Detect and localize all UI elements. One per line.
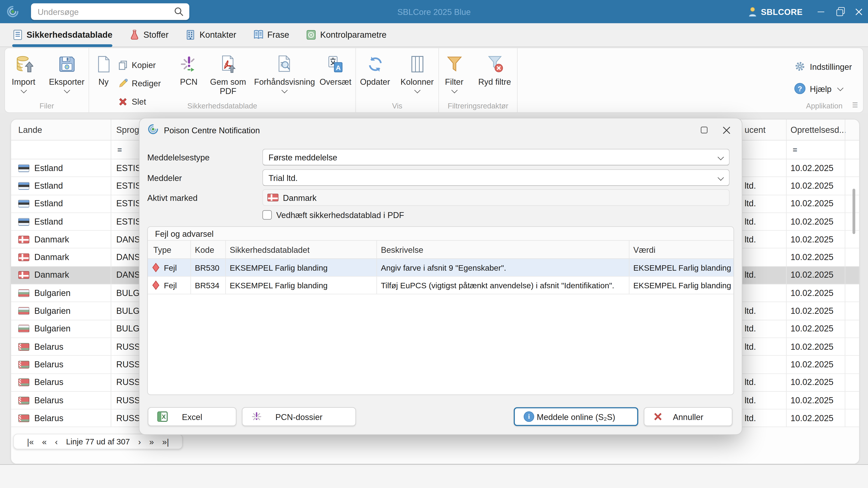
producent-cell: ltd. [745,177,756,195]
error-sdb-cell: EKSEMPEL Farlig blanding [230,259,375,276]
tab-kontakter[interactable]: Kontakter [185,23,236,46]
dato-cell: 10.02.2025 [790,267,833,284]
error-row[interactable]: FejlBR530EKSEMPEL Farlig blandingAngiv f… [148,259,734,276]
dialog-title: Poison Centre Notification [164,125,260,135]
errors-column-vardi[interactable]: Værdi [633,240,655,258]
meddeler-select[interactable]: Trial ltd. [262,169,730,186]
tab-sikkerhedsdatablade[interactable]: Sikkerhedsdatablade [12,23,112,46]
dialog-close-button[interactable] [715,119,737,142]
error-diamond-icon [152,263,159,272]
meddelelsestype-select[interactable]: Første meddelelse [262,149,730,165]
column-header-lande[interactable]: Lande [18,120,42,140]
gem-som-pdf-button[interactable]: Gem som PDF [204,52,252,96]
kopier-button[interactable]: Kopier [118,56,174,74]
prev-button[interactable]: ‹ [55,437,58,446]
column-header-producent[interactable]: ucent [745,120,766,140]
errors-column-kode[interactable]: Kode [195,240,214,258]
first-page-button[interactable]: |« [27,437,34,446]
chevron-down-icon [414,87,420,93]
tab-kontrolparametre[interactable]: Kontrolparametre [306,23,386,46]
error-beskrivelse-cell: Angiv farve i afsnit 9 "Egenskaber". [381,259,627,276]
dato-cell: 10.02.2025 [790,177,833,195]
tab-frase[interactable]: Frase [253,23,289,46]
tab-label: Frase [267,30,289,40]
error-beskrivelse-cell: Tilføj EuPCS (vigtigst påtænkt anvendels… [381,276,627,294]
pcn-dossier-icon [251,412,262,422]
vertical-scrollbar[interactable] [852,189,855,234]
meddele-online-button[interactable]: i Meddele online (S₂S) [514,407,638,426]
ribbon-group-filtreringsredaktor: Filter Ryd filtre Filtreringsredaktør [439,48,518,112]
excel-icon: X [157,412,168,422]
svg-text:X: X [162,414,166,420]
eksporter-button[interactable]: Eksporter [47,52,86,92]
import-button[interactable]: Import [7,52,39,92]
producent-cell: ltd. [745,213,756,230]
ribbon-group-vis: Opdater Kolonner Vis [356,48,439,112]
rediger-button[interactable]: Rediger [118,74,174,92]
dato-cell: 10.02.2025 [790,374,833,391]
restore-button[interactable] [830,0,849,23]
translate-icon: A [326,54,345,75]
error-kode-cell: BR534 [195,276,219,294]
annuller-button[interactable]: Annuller [644,407,733,426]
oversaet-button[interactable]: A Oversæt [317,52,354,86]
search-input[interactable] [31,7,174,17]
ee-flag-icon [18,200,29,207]
errors-column-sdb[interactable]: Sikkerhedsdatabladet [230,240,309,258]
info-icon: i [524,412,534,422]
lande-cell: Belarus [18,410,64,427]
error-row[interactable]: FejlBR534EKSEMPEL Farlig blandingTilføj … [148,276,734,294]
ribbon-spacer [518,48,785,112]
ryd-filtre-button[interactable]: Ryd filtre [473,52,516,86]
minimize-button[interactable] [811,0,830,23]
opdater-button[interactable]: Opdater [358,52,393,86]
dialog-logo-icon [147,123,159,137]
attach-pdf-checkbox[interactable] [262,210,272,220]
dato-cell: 10.02.2025 [790,302,833,320]
forhaandsvisning-button[interactable]: Forhåndsvisning [252,52,317,92]
ny-button[interactable]: Ny [89,52,118,86]
pcn-dossier-button[interactable]: PCN-dossier [242,407,356,426]
ee-flag-icon [18,164,29,172]
account-brand[interactable]: SBLCORE [748,6,803,17]
dialog-maximize-button[interactable] [693,119,715,142]
columns-icon [408,54,427,75]
by-flag-icon [18,343,29,350]
excel-button[interactable]: X Excel [148,407,237,426]
pcn-icon [179,54,198,75]
lande-cell: Danmark [18,231,69,248]
meddelelsestype-label: Meddelelsestype [147,153,262,162]
filter-button[interactable]: Filter [440,52,469,92]
close-button[interactable] [849,0,868,23]
ribbon-group-label: Filtreringsredaktør [439,102,517,110]
filter-equals-icon[interactable]: = [117,140,122,159]
indstillinger-button[interactable]: Indstillinger [794,59,852,74]
next-button[interactable]: › [138,437,141,446]
kolonner-button[interactable]: Kolonner [397,52,437,92]
book-icon [253,29,264,40]
aktivt-marked-field: Danmark [262,189,730,206]
errors-column-beskrivelse[interactable]: Beskrivelse [381,240,423,258]
lande-cell: Estland [18,195,63,213]
column-header-sprog[interactable]: Sprog [116,120,139,140]
column-header-oprettelsesdato[interactable]: Oprettelsesd... [790,120,846,140]
lande-cell: Belarus [18,338,64,355]
search-icon[interactable] [174,6,184,17]
hjaelp-button[interactable]: ? Hjælp [794,81,852,96]
user-icon [748,6,757,17]
dato-cell: 10.02.2025 [790,320,833,337]
tab-stoffer[interactable]: Stoffer [129,23,168,46]
group-options-icon[interactable]: ☰ [852,101,858,109]
fast-next-button[interactable]: » [149,437,154,446]
ribbon-toolbar: Import Eksporter Filer Ny [4,48,864,113]
dato-cell: 10.02.2025 [790,410,833,427]
lande-cell: Bulgarien [18,285,70,302]
last-page-button[interactable]: »| [162,437,169,446]
fast-prev-button[interactable]: « [42,437,46,446]
lande-cell: Belarus [18,374,64,391]
by-flag-icon [18,361,29,368]
filter-equals-icon[interactable]: = [793,140,797,159]
pcn-button[interactable]: PCN [174,52,204,86]
lande-cell: Belarus [18,356,64,373]
errors-column-type[interactable]: Type [153,240,171,258]
